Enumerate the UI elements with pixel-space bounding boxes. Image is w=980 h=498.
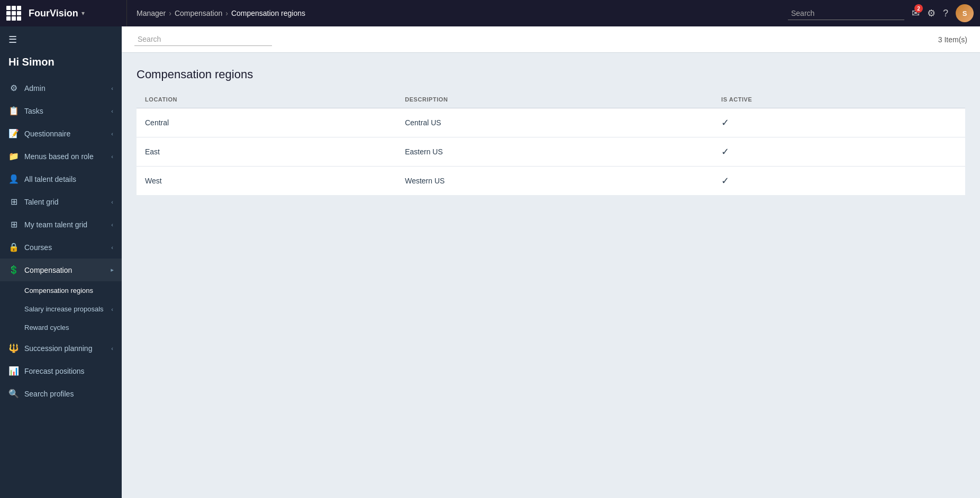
breadcrumb-compensation[interactable]: Compensation	[175, 9, 222, 17]
compensation-chevron-icon: ▾	[108, 269, 115, 272]
user-avatar[interactable]: S	[956, 4, 974, 22]
body-wrap: ☰ Hi Simon ⚙ Admin ‹ 📋 Tasks ‹ 📝 Questio…	[0, 26, 980, 498]
sidebar-greeting: Hi Simon	[0, 53, 122, 77]
talent-grid-icon: ⊞	[8, 197, 19, 207]
global-search-input[interactable]	[788, 7, 904, 20]
sidebar-item-succession-label: Succession planning	[24, 344, 106, 353]
sidebar-item-forecast-positions[interactable]: 📊 Forecast positions	[0, 359, 122, 382]
page-area: Compensation regions LOCATION DESCRIPTIO…	[122, 53, 980, 498]
breadcrumb-sep-2: ›	[225, 9, 228, 17]
compensation-icon: 💲	[8, 265, 19, 275]
sidebar-item-menus-based-on-role[interactable]: 📁 Menus based on role ‹	[0, 145, 122, 168]
table-row: West Western US ✓	[137, 167, 965, 195]
sidebar-item-tasks-label: Tasks	[24, 107, 106, 115]
sidebar-item-my-team-talent-grid[interactable]: ⊞ My team talent grid ‹	[0, 213, 122, 236]
notif-badge: 2	[914, 4, 923, 13]
sidebar-item-questionnaire-label: Questionnaire	[24, 130, 106, 138]
courses-chevron-icon: ‹	[111, 244, 113, 251]
checkmark-icon: ✓	[721, 117, 729, 128]
brand-logo[interactable]: FourVision ▾	[26, 0, 127, 26]
row-description: Eastern US	[396, 137, 713, 167]
sidebar-item-succession-planning[interactable]: 🔱 Succession planning ‹	[0, 337, 122, 359]
salary-increase-chevron-icon: ‹	[111, 306, 113, 312]
sidebar-item-compensation[interactable]: 💲 Compensation ▾	[0, 259, 122, 281]
tasks-icon: 📋	[8, 106, 19, 116]
sidebar-item-talent-grid[interactable]: ⊞ Talent grid ‹	[0, 190, 122, 213]
sidebar-item-courses-label: Courses	[24, 243, 106, 252]
row-is-active: ✓	[713, 137, 965, 167]
salary-increase-label: Salary increase proposals	[24, 305, 104, 313]
global-search[interactable]	[788, 7, 904, 20]
sidebar-sub-item-salary-increase-proposals[interactable]: Salary increase proposals ‹	[0, 300, 122, 318]
top-nav-right: ✉ 2 ⚙ ? S	[788, 4, 974, 22]
item-count: 3 Item(s)	[938, 35, 967, 44]
talent-grid-chevron-icon: ‹	[111, 199, 113, 205]
menus-icon: 📁	[8, 151, 19, 161]
search-profiles-icon: 🔍	[8, 389, 19, 399]
row-location: East	[137, 137, 396, 167]
my-team-icon: ⊞	[8, 219, 19, 229]
breadcrumb-sep-1: ›	[169, 9, 171, 17]
sidebar-item-talent-details-label: All talent details	[24, 175, 113, 183]
col-description: DESCRIPTION	[396, 92, 713, 108]
sidebar-item-courses[interactable]: 🔒 Courses ‹	[0, 236, 122, 259]
table-row: East Eastern US ✓	[137, 137, 965, 167]
col-is-active: IS ACTIVE	[713, 92, 965, 108]
breadcrumb-manager[interactable]: Manager	[137, 9, 166, 17]
succession-icon: 🔱	[8, 343, 19, 353]
row-description: Central US	[396, 108, 713, 137]
breadcrumb-current: Compensation regions	[231, 9, 305, 17]
sidebar-item-compensation-label: Compensation	[24, 266, 105, 274]
tasks-chevron-icon: ‹	[111, 108, 113, 114]
row-location: Central	[137, 108, 396, 137]
sidebar-sub-item-reward-cycles[interactable]: Reward cycles	[0, 318, 122, 337]
sidebar-item-talent-grid-label: Talent grid	[24, 198, 106, 206]
sidebar-item-all-talent-details[interactable]: 👤 All talent details	[0, 168, 122, 190]
notifications-icon[interactable]: ✉ 2	[912, 7, 920, 19]
row-description: Western US	[396, 167, 713, 195]
forecast-icon: 📊	[8, 366, 19, 376]
questionnaire-icon: 📝	[8, 128, 19, 139]
compensation-regions-label: Compensation regions	[24, 287, 93, 294]
brand-name: FourVision	[29, 8, 78, 19]
sidebar: ☰ Hi Simon ⚙ Admin ‹ 📋 Tasks ‹ 📝 Questio…	[0, 26, 122, 498]
sidebar-sub-item-compensation-regions[interactable]: Compensation regions	[0, 281, 122, 300]
top-navigation: FourVision ▾ Manager › Compensation › Co…	[0, 0, 980, 26]
toolbar-search-input[interactable]	[134, 33, 272, 46]
sidebar-item-tasks[interactable]: 📋 Tasks ‹	[0, 99, 122, 122]
admin-chevron-icon: ‹	[111, 85, 113, 91]
help-icon[interactable]: ?	[943, 8, 948, 19]
page-title: Compensation regions	[137, 68, 965, 81]
row-location: West	[137, 167, 396, 195]
toolbar-search[interactable]	[134, 33, 272, 46]
menus-chevron-icon: ‹	[111, 153, 113, 160]
sidebar-item-search-profiles-label: Search profiles	[24, 390, 113, 398]
my-team-chevron-icon: ‹	[111, 222, 113, 228]
brand-chevron-icon: ▾	[81, 10, 85, 17]
checkmark-icon: ✓	[721, 146, 729, 157]
succession-chevron-icon: ‹	[111, 345, 113, 352]
sidebar-item-search-profiles[interactable]: 🔍 Search profiles	[0, 382, 122, 405]
questionnaire-chevron-icon: ‹	[111, 131, 113, 137]
sidebar-item-my-team-label: My team talent grid	[24, 220, 106, 229]
row-is-active: ✓	[713, 108, 965, 137]
col-location: LOCATION	[137, 92, 396, 108]
checkmark-icon: ✓	[721, 176, 729, 186]
admin-icon: ⚙	[8, 83, 19, 93]
courses-icon: 🔒	[8, 242, 19, 252]
toolbar: 3 Item(s)	[122, 26, 980, 53]
sidebar-item-questionnaire[interactable]: 📝 Questionnaire ‹	[0, 122, 122, 145]
main-content: 3 Item(s) Compensation regions LOCATION …	[122, 26, 980, 498]
sidebar-hamburger-icon[interactable]: ☰	[0, 26, 122, 53]
breadcrumb: Manager › Compensation › Compensation re…	[137, 9, 783, 17]
row-is-active: ✓	[713, 167, 965, 195]
sidebar-item-admin-label: Admin	[24, 84, 106, 93]
talent-details-icon: 👤	[8, 174, 19, 184]
sidebar-item-forecast-label: Forecast positions	[24, 367, 113, 375]
settings-icon[interactable]: ⚙	[927, 7, 936, 19]
table-row: Central Central US ✓	[137, 108, 965, 137]
app-grid-icon[interactable]	[6, 6, 21, 21]
reward-cycles-label: Reward cycles	[24, 324, 69, 331]
sidebar-item-admin[interactable]: ⚙ Admin ‹	[0, 77, 122, 99]
compensation-regions-table: LOCATION DESCRIPTION IS ACTIVE Central C…	[137, 92, 965, 195]
